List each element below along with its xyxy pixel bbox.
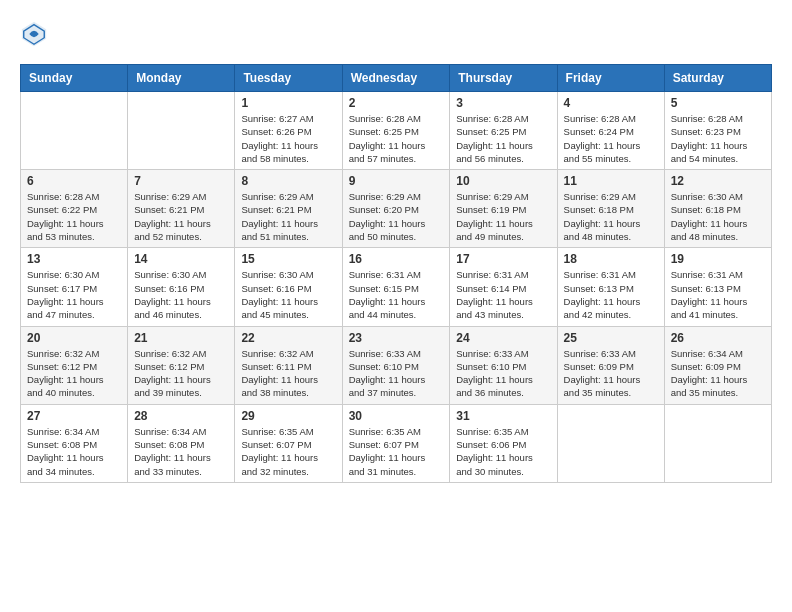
calendar-cell: 2Sunrise: 6:28 AM Sunset: 6:25 PM Daylig… xyxy=(342,92,450,170)
day-info: Sunrise: 6:29 AM Sunset: 6:21 PM Dayligh… xyxy=(241,190,335,243)
day-info: Sunrise: 6:31 AM Sunset: 6:15 PM Dayligh… xyxy=(349,268,444,321)
day-number: 14 xyxy=(134,252,228,266)
day-info: Sunrise: 6:32 AM Sunset: 6:12 PM Dayligh… xyxy=(134,347,228,400)
calendar-cell: 11Sunrise: 6:29 AM Sunset: 6:18 PM Dayli… xyxy=(557,170,664,248)
day-info: Sunrise: 6:28 AM Sunset: 6:23 PM Dayligh… xyxy=(671,112,765,165)
calendar-cell: 24Sunrise: 6:33 AM Sunset: 6:10 PM Dayli… xyxy=(450,326,557,404)
calendar-cell: 19Sunrise: 6:31 AM Sunset: 6:13 PM Dayli… xyxy=(664,248,771,326)
calendar-cell: 27Sunrise: 6:34 AM Sunset: 6:08 PM Dayli… xyxy=(21,404,128,482)
weekday-header-thursday: Thursday xyxy=(450,65,557,92)
day-number: 6 xyxy=(27,174,121,188)
day-number: 25 xyxy=(564,331,658,345)
calendar-cell: 4Sunrise: 6:28 AM Sunset: 6:24 PM Daylig… xyxy=(557,92,664,170)
calendar-cell: 17Sunrise: 6:31 AM Sunset: 6:14 PM Dayli… xyxy=(450,248,557,326)
calendar-cell: 9Sunrise: 6:29 AM Sunset: 6:20 PM Daylig… xyxy=(342,170,450,248)
weekday-header-wednesday: Wednesday xyxy=(342,65,450,92)
day-info: Sunrise: 6:32 AM Sunset: 6:12 PM Dayligh… xyxy=(27,347,121,400)
week-row-5: 27Sunrise: 6:34 AM Sunset: 6:08 PM Dayli… xyxy=(21,404,772,482)
day-info: Sunrise: 6:33 AM Sunset: 6:09 PM Dayligh… xyxy=(564,347,658,400)
day-number: 21 xyxy=(134,331,228,345)
calendar-cell: 22Sunrise: 6:32 AM Sunset: 6:11 PM Dayli… xyxy=(235,326,342,404)
calendar-cell: 30Sunrise: 6:35 AM Sunset: 6:07 PM Dayli… xyxy=(342,404,450,482)
day-number: 11 xyxy=(564,174,658,188)
day-number: 5 xyxy=(671,96,765,110)
day-info: Sunrise: 6:30 AM Sunset: 6:16 PM Dayligh… xyxy=(241,268,335,321)
calendar-cell: 28Sunrise: 6:34 AM Sunset: 6:08 PM Dayli… xyxy=(128,404,235,482)
day-number: 8 xyxy=(241,174,335,188)
day-info: Sunrise: 6:34 AM Sunset: 6:08 PM Dayligh… xyxy=(134,425,228,478)
calendar-cell: 13Sunrise: 6:30 AM Sunset: 6:17 PM Dayli… xyxy=(21,248,128,326)
calendar-cell: 25Sunrise: 6:33 AM Sunset: 6:09 PM Dayli… xyxy=(557,326,664,404)
day-number: 13 xyxy=(27,252,121,266)
day-info: Sunrise: 6:30 AM Sunset: 6:18 PM Dayligh… xyxy=(671,190,765,243)
calendar-cell xyxy=(21,92,128,170)
day-number: 4 xyxy=(564,96,658,110)
calendar-cell: 20Sunrise: 6:32 AM Sunset: 6:12 PM Dayli… xyxy=(21,326,128,404)
logo-icon xyxy=(20,20,48,48)
day-info: Sunrise: 6:28 AM Sunset: 6:24 PM Dayligh… xyxy=(564,112,658,165)
day-number: 24 xyxy=(456,331,550,345)
calendar-cell: 16Sunrise: 6:31 AM Sunset: 6:15 PM Dayli… xyxy=(342,248,450,326)
day-info: Sunrise: 6:35 AM Sunset: 6:07 PM Dayligh… xyxy=(241,425,335,478)
day-info: Sunrise: 6:35 AM Sunset: 6:06 PM Dayligh… xyxy=(456,425,550,478)
calendar-cell xyxy=(557,404,664,482)
day-number: 18 xyxy=(564,252,658,266)
day-number: 20 xyxy=(27,331,121,345)
day-number: 10 xyxy=(456,174,550,188)
day-number: 2 xyxy=(349,96,444,110)
day-number: 9 xyxy=(349,174,444,188)
calendar-cell: 7Sunrise: 6:29 AM Sunset: 6:21 PM Daylig… xyxy=(128,170,235,248)
day-number: 26 xyxy=(671,331,765,345)
day-number: 29 xyxy=(241,409,335,423)
logo xyxy=(20,20,52,48)
day-info: Sunrise: 6:33 AM Sunset: 6:10 PM Dayligh… xyxy=(349,347,444,400)
weekday-header-row: SundayMondayTuesdayWednesdayThursdayFrid… xyxy=(21,65,772,92)
day-number: 30 xyxy=(349,409,444,423)
weekday-header-tuesday: Tuesday xyxy=(235,65,342,92)
weekday-header-sunday: Sunday xyxy=(21,65,128,92)
calendar-cell: 15Sunrise: 6:30 AM Sunset: 6:16 PM Dayli… xyxy=(235,248,342,326)
day-info: Sunrise: 6:28 AM Sunset: 6:25 PM Dayligh… xyxy=(456,112,550,165)
day-number: 19 xyxy=(671,252,765,266)
calendar-cell: 29Sunrise: 6:35 AM Sunset: 6:07 PM Dayli… xyxy=(235,404,342,482)
day-info: Sunrise: 6:32 AM Sunset: 6:11 PM Dayligh… xyxy=(241,347,335,400)
day-info: Sunrise: 6:30 AM Sunset: 6:16 PM Dayligh… xyxy=(134,268,228,321)
calendar-cell: 1Sunrise: 6:27 AM Sunset: 6:26 PM Daylig… xyxy=(235,92,342,170)
week-row-3: 13Sunrise: 6:30 AM Sunset: 6:17 PM Dayli… xyxy=(21,248,772,326)
calendar-cell: 26Sunrise: 6:34 AM Sunset: 6:09 PM Dayli… xyxy=(664,326,771,404)
day-number: 15 xyxy=(241,252,335,266)
day-number: 7 xyxy=(134,174,228,188)
calendar-cell xyxy=(664,404,771,482)
calendar-cell: 18Sunrise: 6:31 AM Sunset: 6:13 PM Dayli… xyxy=(557,248,664,326)
day-info: Sunrise: 6:34 AM Sunset: 6:09 PM Dayligh… xyxy=(671,347,765,400)
calendar-table: SundayMondayTuesdayWednesdayThursdayFrid… xyxy=(20,64,772,483)
day-info: Sunrise: 6:29 AM Sunset: 6:19 PM Dayligh… xyxy=(456,190,550,243)
day-number: 1 xyxy=(241,96,335,110)
weekday-header-monday: Monday xyxy=(128,65,235,92)
day-info: Sunrise: 6:29 AM Sunset: 6:20 PM Dayligh… xyxy=(349,190,444,243)
day-info: Sunrise: 6:28 AM Sunset: 6:22 PM Dayligh… xyxy=(27,190,121,243)
day-number: 28 xyxy=(134,409,228,423)
day-info: Sunrise: 6:34 AM Sunset: 6:08 PM Dayligh… xyxy=(27,425,121,478)
day-number: 16 xyxy=(349,252,444,266)
calendar-cell: 6Sunrise: 6:28 AM Sunset: 6:22 PM Daylig… xyxy=(21,170,128,248)
calendar-cell: 12Sunrise: 6:30 AM Sunset: 6:18 PM Dayli… xyxy=(664,170,771,248)
week-row-2: 6Sunrise: 6:28 AM Sunset: 6:22 PM Daylig… xyxy=(21,170,772,248)
calendar-cell: 10Sunrise: 6:29 AM Sunset: 6:19 PM Dayli… xyxy=(450,170,557,248)
day-number: 17 xyxy=(456,252,550,266)
weekday-header-saturday: Saturday xyxy=(664,65,771,92)
day-info: Sunrise: 6:28 AM Sunset: 6:25 PM Dayligh… xyxy=(349,112,444,165)
page-header xyxy=(20,20,772,48)
day-info: Sunrise: 6:27 AM Sunset: 6:26 PM Dayligh… xyxy=(241,112,335,165)
calendar-cell: 31Sunrise: 6:35 AM Sunset: 6:06 PM Dayli… xyxy=(450,404,557,482)
day-info: Sunrise: 6:29 AM Sunset: 6:21 PM Dayligh… xyxy=(134,190,228,243)
day-info: Sunrise: 6:30 AM Sunset: 6:17 PM Dayligh… xyxy=(27,268,121,321)
day-number: 22 xyxy=(241,331,335,345)
day-info: Sunrise: 6:35 AM Sunset: 6:07 PM Dayligh… xyxy=(349,425,444,478)
calendar-cell: 3Sunrise: 6:28 AM Sunset: 6:25 PM Daylig… xyxy=(450,92,557,170)
day-number: 3 xyxy=(456,96,550,110)
calendar-cell: 23Sunrise: 6:33 AM Sunset: 6:10 PM Dayli… xyxy=(342,326,450,404)
calendar-cell: 21Sunrise: 6:32 AM Sunset: 6:12 PM Dayli… xyxy=(128,326,235,404)
calendar-cell: 5Sunrise: 6:28 AM Sunset: 6:23 PM Daylig… xyxy=(664,92,771,170)
weekday-header-friday: Friday xyxy=(557,65,664,92)
